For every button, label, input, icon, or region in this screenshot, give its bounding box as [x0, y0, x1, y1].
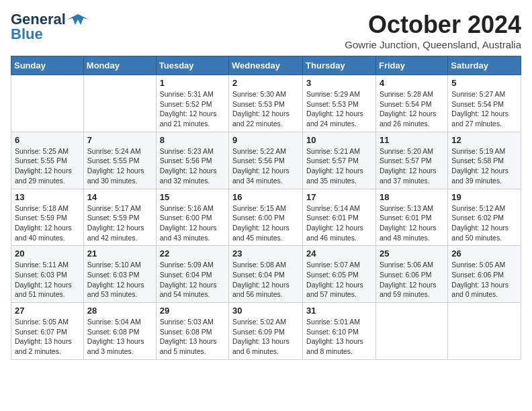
calendar-cell: 24Sunrise: 5:07 AM Sunset: 6:05 PM Dayli…	[303, 246, 376, 303]
calendar-cell: 2Sunrise: 5:30 AM Sunset: 5:53 PM Daylig…	[229, 75, 303, 132]
day-number: 27	[15, 306, 80, 316]
day-number: 14	[87, 192, 152, 202]
day-info: Sunrise: 5:27 AM Sunset: 5:54 PM Dayligh…	[451, 89, 517, 129]
day-info: Sunrise: 5:11 AM Sunset: 6:03 PM Dayligh…	[15, 260, 80, 300]
day-number: 21	[87, 248, 152, 259]
calendar-week-row: 27Sunrise: 5:05 AM Sunset: 6:07 PM Dayli…	[11, 303, 521, 360]
day-info: Sunrise: 5:24 AM Sunset: 5:55 PM Dayligh…	[87, 146, 152, 186]
day-number: 28	[87, 306, 152, 316]
day-number: 6	[15, 135, 80, 145]
day-number: 3	[306, 78, 372, 88]
day-info: Sunrise: 5:29 AM Sunset: 5:53 PM Dayligh…	[306, 89, 372, 129]
calendar-body: 1Sunrise: 5:31 AM Sunset: 5:52 PM Daylig…	[11, 75, 521, 360]
calendar-week-row: 6Sunrise: 5:25 AM Sunset: 5:55 PM Daylig…	[11, 132, 521, 189]
day-info: Sunrise: 5:04 AM Sunset: 6:08 PM Dayligh…	[87, 317, 152, 357]
calendar-cell: 20Sunrise: 5:11 AM Sunset: 6:03 PM Dayli…	[11, 246, 84, 303]
title-area: October 2024 Gowrie Junction, Queensland…	[345, 11, 521, 50]
day-number: 18	[380, 192, 444, 202]
page-header: General Blue October 2024 Gowrie Junctio…	[11, 11, 521, 50]
calendar-cell: 27Sunrise: 5:05 AM Sunset: 6:07 PM Dayli…	[11, 303, 84, 360]
calendar-cell: 18Sunrise: 5:13 AM Sunset: 6:01 PM Dayli…	[375, 189, 447, 246]
day-number: 10	[306, 135, 372, 145]
calendar-table: SundayMondayTuesdayWednesdayThursdayFrid…	[11, 56, 521, 360]
location-title: Gowrie Junction, Queensland, Australia	[345, 39, 521, 50]
day-number: 17	[306, 192, 372, 202]
day-number: 19	[451, 192, 517, 202]
day-number: 9	[232, 135, 299, 145]
calendar-day-header: Monday	[83, 56, 156, 75]
calendar-cell: 23Sunrise: 5:08 AM Sunset: 6:04 PM Dayli…	[229, 246, 303, 303]
calendar-cell	[83, 75, 156, 132]
day-info: Sunrise: 5:19 AM Sunset: 5:58 PM Dayligh…	[451, 146, 517, 186]
day-info: Sunrise: 5:02 AM Sunset: 6:09 PM Dayligh…	[232, 317, 299, 357]
calendar-cell: 6Sunrise: 5:25 AM Sunset: 5:55 PM Daylig…	[11, 132, 84, 189]
day-number: 11	[380, 135, 444, 145]
day-info: Sunrise: 5:25 AM Sunset: 5:55 PM Dayligh…	[15, 146, 80, 186]
calendar-cell: 28Sunrise: 5:04 AM Sunset: 6:08 PM Dayli…	[83, 303, 156, 360]
day-info: Sunrise: 5:05 AM Sunset: 6:07 PM Dayligh…	[15, 317, 80, 357]
calendar-cell	[448, 303, 521, 360]
day-number: 13	[15, 192, 80, 202]
calendar-cell: 22Sunrise: 5:09 AM Sunset: 6:04 PM Dayli…	[156, 246, 228, 303]
calendar-week-row: 13Sunrise: 5:18 AM Sunset: 5:59 PM Dayli…	[11, 189, 521, 246]
day-number: 23	[232, 248, 299, 259]
calendar-cell: 11Sunrise: 5:20 AM Sunset: 5:57 PM Dayli…	[375, 132, 447, 189]
day-number: 12	[451, 135, 517, 145]
day-number: 16	[232, 192, 299, 202]
day-info: Sunrise: 5:20 AM Sunset: 5:57 PM Dayligh…	[380, 146, 444, 186]
day-info: Sunrise: 5:13 AM Sunset: 6:01 PM Dayligh…	[380, 203, 444, 243]
calendar-day-header: Tuesday	[156, 56, 228, 75]
calendar-cell: 19Sunrise: 5:12 AM Sunset: 6:02 PM Dayli…	[448, 189, 521, 246]
calendar-cell: 9Sunrise: 5:22 AM Sunset: 5:56 PM Daylig…	[229, 132, 303, 189]
day-number: 4	[380, 78, 444, 88]
calendar-cell	[11, 75, 84, 132]
day-info: Sunrise: 5:23 AM Sunset: 5:56 PM Dayligh…	[160, 146, 225, 186]
month-title: October 2024	[345, 11, 521, 39]
day-info: Sunrise: 5:28 AM Sunset: 5:54 PM Dayligh…	[380, 89, 444, 129]
day-number: 22	[160, 248, 225, 259]
day-number: 1	[160, 78, 225, 88]
day-number: 5	[451, 78, 517, 88]
logo-bird-icon	[67, 13, 89, 26]
day-info: Sunrise: 5:05 AM Sunset: 6:06 PM Dayligh…	[451, 260, 517, 300]
calendar-cell: 3Sunrise: 5:29 AM Sunset: 5:53 PM Daylig…	[303, 75, 376, 132]
calendar-cell: 4Sunrise: 5:28 AM Sunset: 5:54 PM Daylig…	[375, 75, 447, 132]
logo: General Blue	[11, 11, 89, 43]
day-info: Sunrise: 5:10 AM Sunset: 6:03 PM Dayligh…	[87, 260, 152, 300]
day-number: 2	[232, 78, 299, 88]
day-number: 20	[15, 248, 80, 259]
day-info: Sunrise: 5:17 AM Sunset: 5:59 PM Dayligh…	[87, 203, 152, 243]
day-info: Sunrise: 5:06 AM Sunset: 6:06 PM Dayligh…	[380, 260, 444, 300]
calendar-cell: 17Sunrise: 5:14 AM Sunset: 6:01 PM Dayli…	[303, 189, 376, 246]
day-number: 25	[380, 248, 444, 259]
calendar-cell: 12Sunrise: 5:19 AM Sunset: 5:58 PM Dayli…	[448, 132, 521, 189]
calendar-cell: 1Sunrise: 5:31 AM Sunset: 5:52 PM Daylig…	[156, 75, 228, 132]
day-info: Sunrise: 5:16 AM Sunset: 6:00 PM Dayligh…	[160, 203, 225, 243]
day-info: Sunrise: 5:14 AM Sunset: 6:01 PM Dayligh…	[306, 203, 372, 243]
day-number: 24	[306, 248, 372, 259]
calendar-week-row: 1Sunrise: 5:31 AM Sunset: 5:52 PM Daylig…	[11, 75, 521, 132]
day-number: 7	[87, 135, 152, 145]
calendar-header-row: SundayMondayTuesdayWednesdayThursdayFrid…	[11, 56, 521, 75]
calendar-day-header: Saturday	[448, 56, 521, 75]
calendar-cell: 29Sunrise: 5:03 AM Sunset: 6:08 PM Dayli…	[156, 303, 228, 360]
calendar-cell: 31Sunrise: 5:01 AM Sunset: 6:10 PM Dayli…	[303, 303, 376, 360]
calendar-cell: 30Sunrise: 5:02 AM Sunset: 6:09 PM Dayli…	[229, 303, 303, 360]
calendar-cell: 15Sunrise: 5:16 AM Sunset: 6:00 PM Dayli…	[156, 189, 228, 246]
day-info: Sunrise: 5:31 AM Sunset: 5:52 PM Dayligh…	[160, 89, 225, 129]
svg-marker-0	[67, 14, 89, 25]
day-number: 8	[160, 135, 225, 145]
day-info: Sunrise: 5:18 AM Sunset: 5:59 PM Dayligh…	[15, 203, 80, 243]
day-info: Sunrise: 5:21 AM Sunset: 5:57 PM Dayligh…	[306, 146, 372, 186]
day-info: Sunrise: 5:12 AM Sunset: 6:02 PM Dayligh…	[451, 203, 517, 243]
calendar-cell: 8Sunrise: 5:23 AM Sunset: 5:56 PM Daylig…	[156, 132, 228, 189]
calendar-week-row: 20Sunrise: 5:11 AM Sunset: 6:03 PM Dayli…	[11, 246, 521, 303]
day-info: Sunrise: 5:09 AM Sunset: 6:04 PM Dayligh…	[160, 260, 225, 300]
calendar-cell: 25Sunrise: 5:06 AM Sunset: 6:06 PM Dayli…	[375, 246, 447, 303]
day-number: 29	[160, 306, 225, 316]
calendar-cell: 21Sunrise: 5:10 AM Sunset: 6:03 PM Dayli…	[83, 246, 156, 303]
calendar-cell: 10Sunrise: 5:21 AM Sunset: 5:57 PM Dayli…	[303, 132, 376, 189]
calendar-day-header: Wednesday	[229, 56, 303, 75]
day-info: Sunrise: 5:03 AM Sunset: 6:08 PM Dayligh…	[160, 317, 225, 357]
day-info: Sunrise: 5:22 AM Sunset: 5:56 PM Dayligh…	[232, 146, 299, 186]
